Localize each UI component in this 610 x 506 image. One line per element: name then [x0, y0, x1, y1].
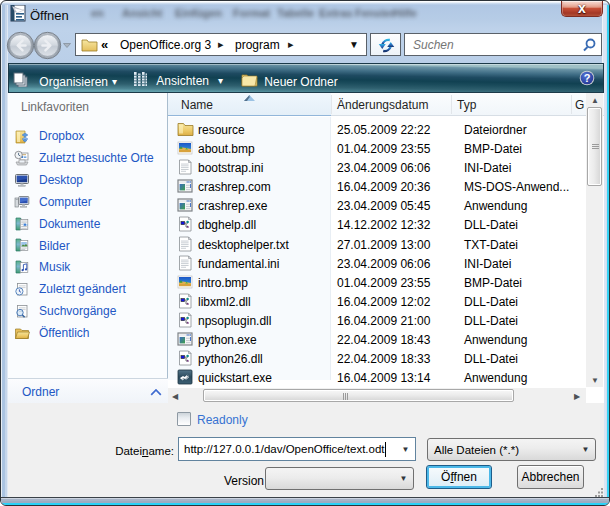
svg-text:?: ?	[584, 72, 591, 84]
